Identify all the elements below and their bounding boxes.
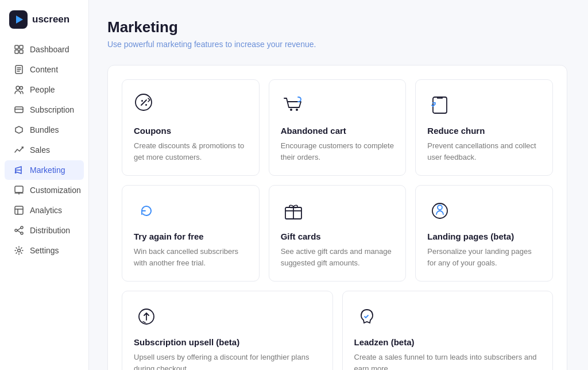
nav-items-container: DashboardContentPeopleSubscriptionBundle… — [0, 39, 88, 261]
try-again-icon — [134, 198, 159, 223]
try-again-desc: Win back cancelled subscribers with anot… — [134, 246, 247, 268]
sidebar-item-subscription[interactable]: Subscription — [5, 100, 84, 120]
svg-rect-12 — [15, 107, 23, 113]
abandoned-cart-title: Abandoned cart — [281, 126, 394, 136]
sidebar-item-label-customization: Customization — [30, 186, 81, 195]
reduce-churn-icon — [427, 92, 452, 118]
bundles-nav-icon — [14, 125, 24, 135]
gift-cards-icon — [281, 198, 306, 223]
sidebar-item-analytics[interactable]: Analytics — [5, 201, 84, 220]
svg-point-31 — [145, 104, 147, 106]
subscription-upsell-title: Subscription upsell (beta) — [134, 337, 321, 347]
coupons-title: Coupons — [134, 126, 247, 136]
gift-cards-title: Gift cards — [281, 232, 394, 241]
logo-text: uscreen — [32, 14, 69, 25]
sidebar-item-label-dashboard: Dashboard — [30, 45, 69, 54]
page-title: Marketing — [107, 18, 567, 36]
sidebar-item-marketing[interactable]: Marketing — [5, 160, 84, 180]
sidebar-item-label-settings: Settings — [30, 246, 59, 255]
gift-cards-desc: See active gift cards and manage suggest… — [281, 246, 394, 268]
sidebar-item-label-analytics: Analytics — [30, 206, 62, 215]
card-gift-cards[interactable]: Gift cardsSee active gift cards and mana… — [269, 185, 407, 282]
svg-rect-3 — [20, 45, 23, 49]
sidebar-item-bundles[interactable]: Bundles — [5, 120, 84, 140]
svg-line-27 — [17, 230, 21, 233]
subscription-nav-icon — [14, 105, 24, 115]
leadzen-title: Leadzen (beta) — [354, 337, 541, 347]
card-reduce-churn[interactable]: Reduce churnPrevent cancellations and co… — [415, 79, 553, 176]
sidebar-item-settings[interactable]: Settings — [5, 241, 84, 260]
card-coupons[interactable]: CouponsCreate discounts & promotions to … — [122, 79, 260, 176]
sidebar-item-label-marketing: Marketing — [30, 165, 65, 175]
cards-row-3: Subscription upsell (beta)Upsell users b… — [122, 291, 553, 370]
sidebar-item-label-content: Content — [30, 65, 58, 74]
logo-icon — [9, 10, 28, 29]
landing-pages-title: Landing pages (beta) — [427, 232, 541, 241]
landing-pages-icon — [427, 198, 452, 223]
coupons-desc: Create discounts & promotions to get mor… — [134, 140, 247, 163]
people-nav-icon — [14, 84, 24, 95]
settings-nav-icon — [14, 245, 24, 256]
abandoned-cart-icon — [281, 92, 306, 118]
svg-point-11 — [20, 87, 23, 90]
logo: uscreen — [0, 8, 88, 39]
cards-row-2: Try again for freeWin back cancelled sub… — [122, 185, 553, 282]
coupons-icon — [134, 92, 159, 118]
reduce-churn-title: Reduce churn — [427, 126, 541, 136]
sidebar-item-distribution[interactable]: Distribution — [5, 221, 84, 240]
page-subtitle: Use powerful marketing features to incre… — [107, 40, 567, 49]
sidebar-item-label-people: People — [30, 85, 55, 94]
sidebar-item-label-bundles: Bundles — [30, 125, 59, 134]
svg-rect-2 — [15, 45, 18, 49]
sidebar-item-label-subscription: Subscription — [30, 105, 74, 114]
sidebar-item-customization[interactable]: Customization — [5, 180, 84, 200]
reduce-churn-desc: Prevent cancellations and collect user f… — [427, 140, 541, 163]
main-content: Marketing Use powerful marketing feature… — [89, 0, 588, 370]
cards-container: CouponsCreate discounts & promotions to … — [122, 79, 553, 370]
svg-point-37 — [438, 205, 442, 210]
svg-point-28 — [18, 249, 21, 252]
abandoned-cart-desc: Encourage customers to complete their or… — [281, 140, 394, 163]
card-subscription-upsell[interactable]: Subscription upsell (beta)Upsell users b… — [122, 291, 333, 370]
svg-point-32 — [290, 109, 292, 111]
sidebar-item-dashboard[interactable]: Dashboard — [5, 40, 84, 59]
card-landing-pages[interactable]: Landing pages (beta)Personalize your lan… — [415, 185, 553, 282]
leadzen-icon — [354, 304, 380, 329]
leadzen-desc: Create a sales funnel to turn leads into… — [354, 352, 541, 370]
sidebar-item-label-sales: Sales — [30, 145, 50, 155]
try-again-title: Try again for free — [134, 232, 247, 241]
svg-rect-5 — [20, 50, 23, 53]
svg-rect-34 — [433, 97, 447, 113]
card-leadzen[interactable]: Leadzen (beta)Create a sales funnel to t… — [342, 291, 554, 370]
svg-point-10 — [16, 86, 20, 90]
analytics-nav-icon — [14, 205, 24, 215]
distribution-nav-icon — [14, 225, 24, 236]
sidebar-item-sales[interactable]: Sales — [5, 140, 84, 160]
svg-point-33 — [296, 109, 298, 111]
svg-point-30 — [141, 100, 143, 102]
sidebar: uscreen DashboardContentPeopleSubscripti… — [0, 0, 89, 370]
sidebar-item-label-distribution: Distribution — [30, 226, 70, 235]
subscription-upsell-icon — [134, 304, 159, 329]
marketing-nav-icon — [14, 165, 24, 175]
svg-rect-4 — [15, 50, 18, 53]
svg-line-26 — [17, 228, 21, 230]
subscription-upsell-desc: Upsell users by offering a discount for … — [134, 352, 321, 370]
card-abandoned-cart[interactable]: Abandoned cartEncourage customers to com… — [269, 79, 407, 176]
svg-rect-20 — [15, 206, 23, 214]
sidebar-item-people[interactable]: People — [5, 80, 84, 99]
dashboard-nav-icon — [14, 44, 24, 55]
cards-wrapper: CouponsCreate discounts & promotions to … — [107, 65, 567, 370]
svg-rect-17 — [15, 186, 23, 192]
sidebar-item-content[interactable]: Content — [5, 60, 84, 79]
sales-nav-icon — [14, 145, 24, 155]
cards-row-1: CouponsCreate discounts & promotions to … — [122, 79, 553, 176]
card-try-again[interactable]: Try again for freeWin back cancelled sub… — [122, 185, 260, 282]
landing-pages-desc: Personalize your landing pages for any o… — [427, 246, 541, 268]
content-nav-icon — [14, 64, 24, 75]
customization-nav-icon — [14, 185, 24, 195]
